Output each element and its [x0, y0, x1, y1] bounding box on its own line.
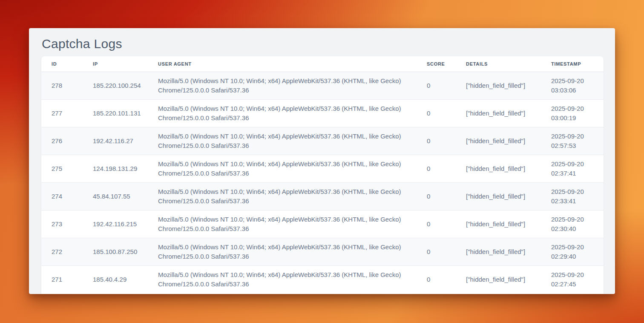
table-row: 271 185.40.4.29 Mozilla/5.0 (Windows NT … — [41, 265, 604, 293]
cell-details: ["hidden_field_filled"] — [456, 238, 541, 265]
cell-timestamp: 2025-09-20 02:37:41 — [541, 155, 604, 182]
cell-details: ["hidden_field_filled"] — [456, 155, 541, 182]
column-header-id: ID — [41, 56, 83, 72]
captcha-logs-card: Captcha Logs ID IP USER AGENT SCORE DETA… — [29, 28, 615, 294]
cell-id: 272 — [41, 238, 83, 265]
cell-ip: 124.198.131.29 — [83, 155, 148, 182]
cell-id: 273 — [41, 210, 83, 238]
column-header-score: SCORE — [417, 56, 456, 72]
cell-details: ["hidden_field_filled"] — [456, 182, 541, 210]
table-row: 278 185.220.100.254 Mozilla/5.0 (Windows… — [41, 72, 604, 99]
cell-details: ["hidden_field_filled"] — [456, 72, 541, 99]
cell-id: 274 — [41, 182, 83, 210]
cell-details: ["hidden_field_filled"] — [456, 127, 541, 155]
cell-user-agent: Mozilla/5.0 (Windows NT 10.0; Win64; x64… — [148, 99, 417, 127]
cell-timestamp: 2025-09-20 02:27:45 — [541, 265, 604, 293]
cell-ip: 185.220.100.254 — [83, 72, 148, 99]
table-row: 276 192.42.116.27 Mozilla/5.0 (Windows N… — [41, 127, 604, 155]
column-header-timestamp: TIMESTAMP — [541, 56, 604, 72]
cell-user-agent: Mozilla/5.0 (Windows NT 10.0; Win64; x64… — [148, 265, 417, 293]
cell-user-agent: Mozilla/5.0 (Windows NT 10.0; Win64; x64… — [148, 72, 417, 99]
logs-table-container[interactable]: ID IP USER AGENT SCORE DETAILS TIMESTAMP… — [41, 56, 604, 294]
cell-ip: 185.220.101.131 — [83, 99, 148, 127]
table-row: 274 45.84.107.55 Mozilla/5.0 (Windows NT… — [41, 182, 604, 210]
cell-user-agent: Mozilla/5.0 (Windows NT 10.0; Win64; x64… — [148, 155, 417, 182]
cell-id: 276 — [41, 127, 83, 155]
cell-score: 0 — [417, 155, 456, 182]
cell-ip: 45.84.107.55 — [83, 182, 148, 210]
cell-timestamp: 2025-09-20 03:03:06 — [541, 72, 604, 99]
cell-ip: 192.42.116.27 — [83, 127, 148, 155]
cell-id: 271 — [41, 265, 83, 293]
cell-id: 275 — [41, 155, 83, 182]
logs-table: ID IP USER AGENT SCORE DETAILS TIMESTAMP… — [41, 56, 604, 293]
cell-score: 0 — [417, 72, 456, 99]
cell-id: 277 — [41, 99, 83, 127]
cell-user-agent: Mozilla/5.0 (Windows NT 10.0; Win64; x64… — [148, 238, 417, 265]
cell-score: 0 — [417, 238, 456, 265]
cell-ip: 192.42.116.215 — [83, 210, 148, 238]
desktop-background: { "page": { "title": "Captcha Logs" }, "… — [0, 0, 644, 323]
cell-ip: 185.40.4.29 — [83, 265, 148, 293]
table-row: 272 185.100.87.250 Mozilla/5.0 (Windows … — [41, 238, 604, 265]
cell-score: 0 — [417, 99, 456, 127]
table-row: 277 185.220.101.131 Mozilla/5.0 (Windows… — [41, 99, 604, 127]
cell-timestamp: 2025-09-20 02:33:41 — [541, 182, 604, 210]
table-row: 273 192.42.116.215 Mozilla/5.0 (Windows … — [41, 210, 604, 238]
cell-timestamp: 2025-09-20 02:57:53 — [541, 127, 604, 155]
cell-id: 278 — [41, 72, 83, 99]
cell-score: 0 — [417, 265, 456, 293]
page-title: Captcha Logs — [42, 36, 604, 52]
cell-details: ["hidden_field_filled"] — [456, 265, 541, 293]
cell-details: ["hidden_field_filled"] — [456, 99, 541, 127]
column-header-details: DETAILS — [456, 56, 541, 72]
cell-timestamp: 2025-09-20 03:00:19 — [541, 99, 604, 127]
cell-score: 0 — [417, 182, 456, 210]
cell-details: ["hidden_field_filled"] — [456, 210, 541, 238]
cell-user-agent: Mozilla/5.0 (Windows NT 10.0; Win64; x64… — [148, 127, 417, 155]
column-header-ip: IP — [83, 56, 148, 72]
column-header-user-agent: USER AGENT — [148, 56, 417, 72]
table-row: 275 124.198.131.29 Mozilla/5.0 (Windows … — [41, 155, 604, 182]
cell-timestamp: 2025-09-20 02:30:40 — [541, 210, 604, 238]
cell-user-agent: Mozilla/5.0 (Windows NT 10.0; Win64; x64… — [148, 182, 417, 210]
cell-timestamp: 2025-09-20 02:29:40 — [541, 238, 604, 265]
cell-score: 0 — [417, 210, 456, 238]
cell-score: 0 — [417, 127, 456, 155]
cell-user-agent: Mozilla/5.0 (Windows NT 10.0; Win64; x64… — [148, 210, 417, 238]
cell-ip: 185.100.87.250 — [83, 238, 148, 265]
table-header-row: ID IP USER AGENT SCORE DETAILS TIMESTAMP — [41, 56, 604, 72]
